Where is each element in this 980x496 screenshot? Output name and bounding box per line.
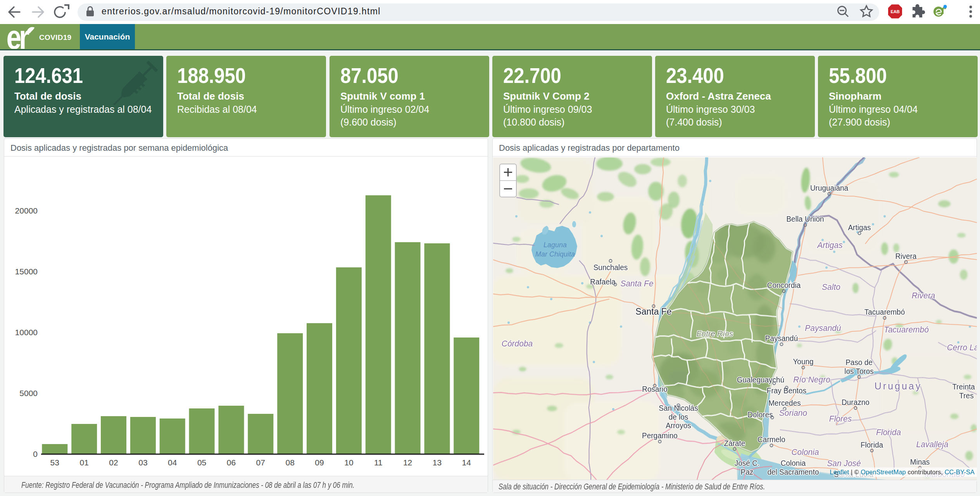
svg-text:Soriano: Soriano (779, 408, 807, 417)
svg-text:13: 13 (433, 458, 442, 467)
svg-text:Florida: Florida (876, 428, 901, 437)
svg-text:Paysandú: Paysandú (805, 324, 841, 333)
svg-text:de los: de los (669, 413, 688, 421)
svg-text:15000: 15000 (15, 267, 38, 276)
svg-text:del Sacramento: del Sacramento (767, 468, 819, 476)
svg-text:06: 06 (227, 458, 236, 467)
svg-text:EAB: EAB (890, 9, 899, 14)
svg-text:Florida: Florida (861, 441, 883, 449)
svg-text:Treinta y: Treinta y (952, 383, 977, 391)
svg-text:Rafaela: Rafaela (590, 278, 616, 286)
svg-text:0: 0 (33, 450, 38, 458)
svg-text:20000: 20000 (15, 206, 38, 215)
svg-text:Paysandú: Paysandú (765, 334, 798, 343)
svg-text:Fray Bentos: Fray Bentos (767, 387, 806, 395)
svg-text:Tacuarembó: Tacuarembó (864, 308, 905, 316)
svg-text:Colonia: Colonia (781, 459, 806, 467)
svg-text:Durazno: Durazno (842, 398, 870, 406)
svg-text:Entre Ríos: Entre Ríos (697, 329, 733, 338)
svg-text:Uruguay: Uruguay (875, 381, 922, 391)
svg-text:Pergamino: Pergamino (642, 432, 678, 440)
svg-text:Leaflet | © OpenStreetMap cont: Leaflet | © OpenStreetMap contributors, … (830, 468, 975, 476)
svg-text:Uruguaiana: Uruguaiana (810, 184, 849, 192)
svg-text:José C.: José C. (735, 459, 759, 467)
svg-text:Mar Chiquita: Mar Chiquita (535, 250, 575, 258)
svg-text:San José: San José (827, 459, 861, 468)
svg-text:08: 08 (286, 458, 295, 467)
svg-text:01: 01 (80, 458, 89, 467)
svg-text:14: 14 (462, 458, 471, 467)
svg-text:Tacuarembó: Tacuarembó (884, 325, 929, 334)
svg-text:Gualeguaychú: Gualeguaychú (737, 376, 784, 384)
svg-text:Zárate: Zárate (724, 439, 745, 447)
svg-text:Paso de: Paso de (845, 358, 873, 367)
svg-text:San Nicolás: San Nicolás (659, 404, 698, 412)
svg-text:Laguna: Laguna (543, 241, 567, 248)
svg-text:Rivera: Rivera (912, 291, 935, 300)
svg-text:5000: 5000 (19, 389, 38, 398)
svg-text:04: 04 (168, 458, 177, 467)
svg-text:10000: 10000 (15, 328, 38, 337)
svg-text:Santa Fe: Santa Fe (635, 307, 671, 317)
svg-text:12: 12 (403, 458, 412, 467)
svg-text:07: 07 (256, 458, 265, 467)
svg-text:Concordia: Concordia (767, 281, 801, 289)
svg-text:Dolores: Dolores (747, 411, 773, 419)
svg-text:Carmelo: Carmelo (757, 436, 785, 444)
svg-text:Salto: Salto (822, 282, 840, 291)
svg-text:09: 09 (315, 458, 324, 467)
svg-text:Rivera: Rivera (895, 252, 917, 260)
svg-text:Sunchales: Sunchales (594, 263, 628, 271)
svg-text:11: 11 (374, 458, 383, 467)
svg-text:05: 05 (197, 458, 206, 467)
svg-text:Flores: Flores (829, 414, 852, 423)
svg-text:Mercedes: Mercedes (768, 399, 801, 407)
svg-text:Cerro Lar: Cerro Lar (947, 343, 977, 352)
svg-text:Santa Fe: Santa Fe (620, 279, 653, 288)
svg-text:53: 53 (50, 458, 59, 467)
svg-text:Young: Young (793, 358, 813, 366)
svg-text:03: 03 (138, 458, 147, 467)
svg-text:Artigas: Artigas (816, 240, 843, 250)
svg-text:Lavalleja: Lavalleja (916, 439, 949, 449)
svg-text:Arroyos: Arroyos (666, 422, 691, 430)
svg-text:los Toros: los Toros (844, 367, 874, 375)
svg-text:Rosario: Rosario (642, 385, 667, 393)
svg-text:Colonia: Colonia (791, 448, 819, 456)
svg-text:Paz: Paz (741, 468, 754, 476)
svg-text:10: 10 (344, 458, 353, 467)
svg-text:Minas: Minas (910, 458, 930, 466)
svg-text:er: er (7, 25, 29, 49)
svg-text:Artigas: Artigas (848, 224, 871, 232)
svg-text:Río Negro: Río Negro (793, 375, 830, 384)
svg-text:Bella Unión: Bella Unión (786, 215, 824, 223)
svg-text:Tres: Tres (959, 392, 973, 400)
svg-text:Córdoba: Córdoba (502, 339, 533, 348)
svg-text:02: 02 (109, 458, 118, 467)
